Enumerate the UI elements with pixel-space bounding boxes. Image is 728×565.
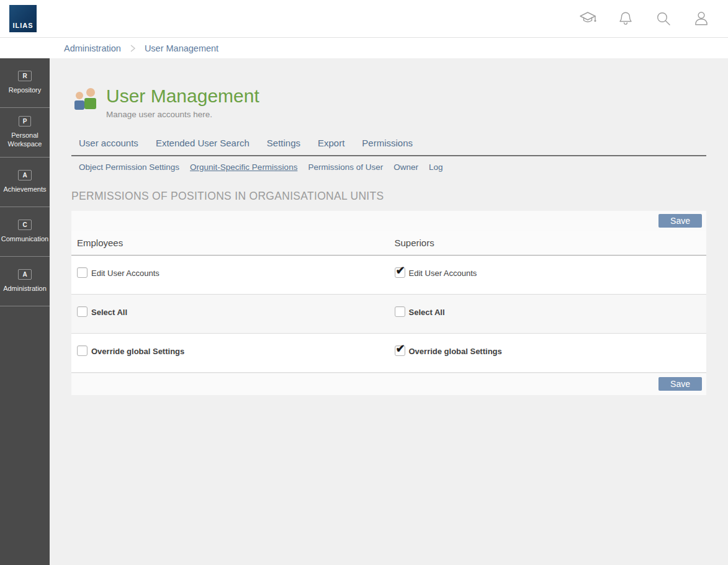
employees-select-all-checkbox[interactable] — [77, 306, 88, 317]
page-header: User Management Manage user accounts her… — [71, 86, 706, 119]
app-window: ILIAS — [0, 0, 728, 565]
breadcrumb-administration[interactable]: Administration — [64, 43, 121, 53]
tab-permissions[interactable]: Permissions — [362, 138, 413, 148]
repository-icon: R — [18, 71, 31, 81]
tab-bar: User accounts Extended User Search Setti… — [71, 138, 706, 156]
breadcrumb: Administration User Management — [0, 37, 728, 58]
subtab-bar: Object Permission Settings Orgunit-Speci… — [71, 162, 706, 172]
chevron-right-icon — [130, 44, 136, 53]
breadcrumb-user-management[interactable]: User Management — [145, 43, 218, 53]
page-subtitle: Manage user accounts here. — [106, 110, 259, 119]
superiors-override-global-settings-checkbox[interactable] — [395, 345, 405, 356]
table-command-row-top: Save — [71, 211, 706, 231]
subtab-permissions-of-user[interactable]: Permissions of User — [308, 162, 383, 172]
checkbox-label: Edit User Accounts — [91, 269, 160, 278]
search-icon[interactable] — [654, 9, 673, 28]
superiors-cell: Select All — [389, 295, 707, 333]
sidebar-item-label: Repository — [9, 86, 42, 95]
subtab-orgunit-specific-permissions[interactable]: Orgunit-Specific Permissions — [190, 162, 297, 172]
checkbox-label: Select All — [409, 308, 445, 317]
checkbox-label: Edit User Accounts — [409, 269, 477, 278]
personal-workspace-icon: P — [19, 116, 32, 127]
communication-icon: C — [18, 220, 31, 230]
sidebar-item-administration[interactable]: A Administration — [0, 257, 50, 306]
employees-edit-user-accounts-checkbox[interactable] — [77, 267, 88, 278]
page-header-text: User Management Manage user accounts her… — [106, 86, 259, 119]
ilias-logo[interactable]: ILIAS — [9, 5, 37, 32]
checkbox-label: Override global Settings — [91, 347, 184, 356]
notifications-bell-icon[interactable] — [616, 9, 635, 28]
employees-cell: Edit User Accounts — [71, 256, 389, 294]
subtab-owner[interactable]: Owner — [393, 162, 418, 172]
sidebar-item-communication[interactable]: C Communication — [0, 207, 50, 257]
superiors-select-all-checkbox[interactable] — [395, 306, 405, 317]
administration-icon: A — [18, 269, 31, 280]
table-row-select-all: Select All Select All — [71, 295, 706, 334]
save-button-bottom[interactable]: Save — [658, 377, 702, 391]
permissions-table: Save Employees Superiors Edit User Accou… — [71, 211, 706, 395]
column-header-employees: Employees — [71, 231, 389, 255]
employees-cell: Override global Settings — [71, 334, 389, 372]
top-bar: ILIAS — [0, 0, 728, 37]
page-title: User Management — [106, 86, 259, 106]
main-area: R Repository P Personal Workspace A Achi… — [0, 58, 728, 565]
sidebar-item-repository[interactable]: R Repository — [0, 58, 50, 108]
employees-override-global-settings-checkbox[interactable] — [77, 345, 88, 356]
superiors-cell: Override global Settings — [389, 334, 707, 372]
checkbox-label: Select All — [91, 308, 127, 317]
checkbox-label: Override global Settings — [409, 347, 502, 356]
learning-cap-icon[interactable] — [578, 9, 597, 28]
table-row-override-global-settings: Override global Settings Override global… — [71, 334, 706, 373]
tab-settings[interactable]: Settings — [267, 138, 300, 148]
employees-cell: Select All — [71, 295, 389, 333]
sidebar-item-achievements[interactable]: A Achievements — [0, 158, 50, 207]
superiors-cell: Edit User Accounts — [389, 256, 707, 294]
sidebar-item-label: Personal Workspace — [1, 131, 48, 149]
sidebar-item-personal-workspace[interactable]: P Personal Workspace — [0, 108, 50, 158]
user-account-icon[interactable] — [692, 9, 711, 28]
achievements-icon: A — [18, 170, 31, 180]
subtab-log[interactable]: Log — [429, 162, 443, 172]
subtab-object-permission-settings[interactable]: Object Permission Settings — [79, 162, 179, 172]
superiors-edit-user-accounts-checkbox[interactable] — [395, 267, 405, 278]
sidebar-item-label: Communication — [1, 235, 48, 244]
column-header-superiors: Superiors — [389, 231, 707, 255]
sidebar: R Repository P Personal Workspace A Achi… — [0, 58, 50, 565]
sidebar-item-label: Administration — [3, 285, 47, 293]
sidebar-item-label: Achievements — [3, 185, 46, 194]
section-heading: PERMISSIONS OF POSITIONS IN ORGANISATION… — [71, 190, 706, 203]
tab-extended-user-search[interactable]: Extended User Search — [156, 138, 249, 148]
table-header-row: Employees Superiors — [71, 231, 706, 256]
table-command-row-bottom: Save — [71, 373, 706, 395]
tab-user-accounts[interactable]: User accounts — [79, 138, 138, 148]
save-button-top[interactable]: Save — [658, 214, 702, 228]
users-icon — [71, 88, 101, 114]
ilias-logo-text: ILIAS — [12, 22, 33, 29]
content-area: User Management Manage user accounts her… — [50, 58, 728, 565]
tab-export[interactable]: Export — [318, 138, 344, 148]
table-row-edit-user-accounts: Edit User Accounts Edit User Accounts — [71, 256, 706, 295]
topbar-icons — [578, 9, 711, 28]
